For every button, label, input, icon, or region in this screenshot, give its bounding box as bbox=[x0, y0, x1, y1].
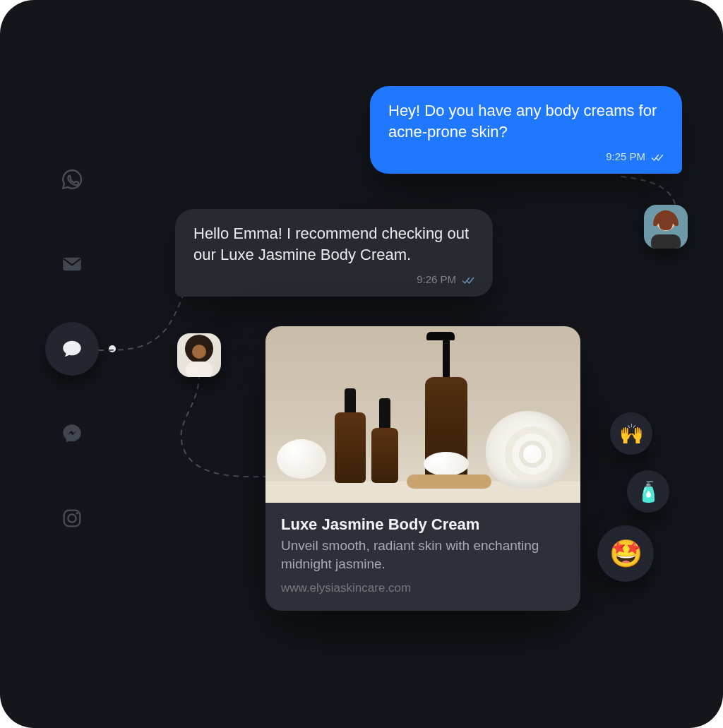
reaction-lotion[interactable]: 🧴 bbox=[627, 470, 669, 513]
channel-chat[interactable] bbox=[45, 322, 99, 376]
agent-message-bubble: Hello Emma! I recommend checking out our… bbox=[175, 209, 493, 297]
svg-point-2 bbox=[68, 514, 76, 522]
agent-message-text: Hello Emma! I recommend checking out our… bbox=[193, 223, 474, 265]
read-receipt-icon bbox=[462, 275, 474, 284]
product-card-title: Luxe Jasmine Body Cream bbox=[281, 515, 565, 534]
chat-showcase-panel: Hey! Do you have any body creams for acn… bbox=[0, 0, 723, 728]
connector-line bbox=[171, 374, 277, 487]
user-message-time: 9:25 PM bbox=[606, 150, 645, 162]
user-message-meta: 9:25 PM bbox=[388, 150, 664, 162]
user-message-bubble: Hey! Do you have any body creams for acn… bbox=[370, 86, 682, 174]
read-receipt-icon bbox=[651, 153, 664, 161]
chat-icon bbox=[60, 337, 84, 361]
reaction-starstruck[interactable]: 🤩 bbox=[597, 525, 654, 582]
channel-instagram[interactable] bbox=[45, 491, 99, 545]
instagram-icon bbox=[60, 506, 84, 530]
product-card-domain: www.elysiaskincare.com bbox=[281, 581, 565, 595]
svg-point-3 bbox=[76, 512, 78, 514]
svg-rect-6 bbox=[651, 234, 681, 249]
agent-message-meta: 9:26 PM bbox=[193, 273, 474, 285]
whatsapp-icon bbox=[60, 167, 84, 191]
mail-icon bbox=[60, 252, 84, 276]
svg-rect-10 bbox=[186, 362, 213, 377]
channel-messenger[interactable] bbox=[45, 407, 99, 460]
channel-whatsapp[interactable] bbox=[45, 153, 99, 206]
agent-avatar[interactable] bbox=[177, 333, 221, 377]
channel-rail bbox=[45, 153, 99, 545]
messenger-icon bbox=[60, 422, 84, 446]
product-card-description: Unveil smooth, radiant skin with enchant… bbox=[281, 537, 565, 573]
user-message-text: Hey! Do you have any body creams for acn… bbox=[388, 100, 664, 142]
customer-avatar[interactable] bbox=[644, 205, 688, 249]
reaction-hands[interactable]: 🙌 bbox=[610, 412, 652, 455]
svg-point-9 bbox=[192, 345, 206, 359]
agent-message-time: 9:26 PM bbox=[417, 273, 456, 285]
product-card-image bbox=[265, 326, 580, 503]
channel-email[interactable] bbox=[45, 237, 99, 291]
product-card[interactable]: Luxe Jasmine Body Cream Unveil smooth, r… bbox=[265, 326, 580, 611]
